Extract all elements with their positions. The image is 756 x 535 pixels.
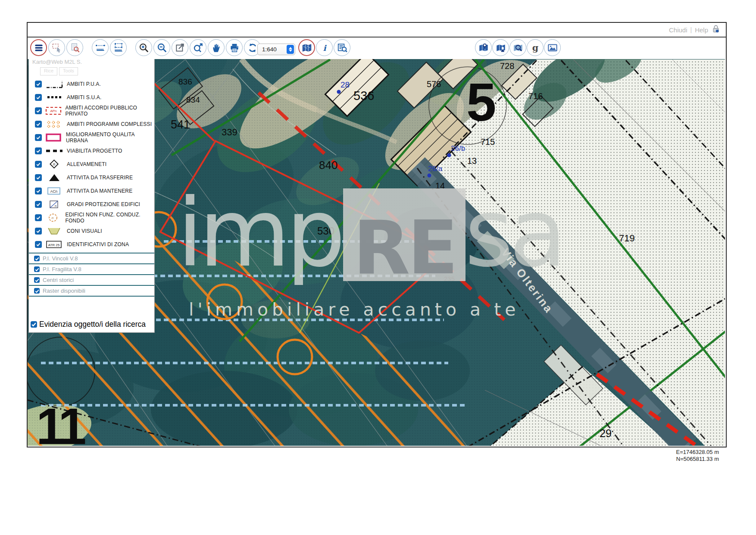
legend-item-checkbox[interactable] bbox=[35, 201, 42, 208]
legend-item-checkbox[interactable] bbox=[35, 214, 42, 221]
legend-item-checkbox[interactable] bbox=[35, 134, 42, 141]
map-label: 576 bbox=[427, 79, 441, 89]
legend-item-checkbox[interactable] bbox=[35, 188, 42, 194]
legend-item: APnAMBITI ACCORDI PUBBLICO PRIVATO bbox=[29, 104, 154, 117]
map-label: 26/a bbox=[428, 165, 443, 173]
map-label: 530 bbox=[317, 225, 334, 237]
legend-item-label: AMBITI S.U.A. bbox=[67, 94, 102, 100]
layer-group-checkbox[interactable] bbox=[34, 266, 40, 272]
legend-item: nGRADI PROTEZIONE EDIFICI bbox=[29, 197, 154, 211]
map-point-marker bbox=[337, 90, 341, 94]
info-button[interactable]: i bbox=[316, 39, 333, 56]
programmi-symbol-icon bbox=[44, 119, 65, 129]
svg-text:ACn: ACn bbox=[50, 189, 58, 193]
layer-group-checkbox[interactable] bbox=[34, 288, 40, 294]
legend-item-checkbox[interactable] bbox=[35, 147, 42, 154]
map-legend-button[interactable] bbox=[298, 39, 315, 56]
close-link[interactable]: Chiudi bbox=[669, 26, 687, 34]
panel-tab[interactable]: Tools bbox=[59, 67, 78, 75]
map-label: 719 bbox=[619, 233, 635, 244]
coordinate-north: N=5065811.33 m bbox=[603, 456, 719, 463]
map-search-icon bbox=[512, 42, 524, 53]
layer-group-checkbox[interactable] bbox=[34, 256, 40, 261]
legend-item: CONI VISUALI bbox=[29, 224, 154, 238]
gis-application-window: Via Olterina 836834541339285365767287167… bbox=[0, 0, 756, 535]
highlight-search-label: Evidenzia oggetto/i della ricerca bbox=[39, 320, 146, 329]
legend-item-checkbox[interactable] bbox=[35, 228, 42, 235]
map-label: 13 bbox=[467, 156, 477, 166]
legend-item-checkbox[interactable] bbox=[35, 81, 42, 88]
menu-button[interactable] bbox=[30, 39, 47, 56]
identify-sheet-button[interactable] bbox=[66, 39, 83, 56]
measure-area-icon bbox=[113, 42, 124, 53]
measure-area-button[interactable] bbox=[110, 39, 127, 56]
map-legend-icon bbox=[301, 42, 312, 53]
allevamenti-symbol-icon: n bbox=[44, 160, 65, 169]
map-label: 339 bbox=[222, 127, 237, 138]
legend-item-checkbox[interactable] bbox=[35, 161, 42, 168]
scale-value: 1:640 bbox=[262, 46, 277, 53]
layer-group-row[interactable]: Centri storici bbox=[29, 274, 154, 285]
zoom-in-button[interactable] bbox=[135, 39, 152, 56]
scale-stepper[interactable] bbox=[287, 45, 294, 54]
legend-item-label: ALLEVAMENETI bbox=[67, 161, 106, 167]
pua-symbol-icon bbox=[44, 79, 65, 89]
legend-item-label: ATTIVITA DA MANTENERE bbox=[67, 188, 132, 194]
zoom-selection-button[interactable] bbox=[190, 39, 206, 56]
select-rect-icon bbox=[51, 42, 62, 53]
coni-symbol-icon bbox=[44, 226, 65, 236]
google-icon: g bbox=[530, 42, 541, 53]
svg-text:APn: APn bbox=[50, 109, 57, 113]
map-search-button[interactable] bbox=[509, 39, 526, 56]
legend-item-checkbox[interactable] bbox=[35, 174, 42, 181]
legend-item-checkbox[interactable] bbox=[35, 121, 42, 128]
layer-group-row[interactable]: P.I. Fragilita V.8 bbox=[29, 263, 154, 274]
print-button[interactable] bbox=[226, 39, 243, 56]
search-list-icon bbox=[337, 42, 348, 53]
layer-group-label: P.I. Fragilita V.8 bbox=[43, 266, 81, 272]
map-label: 26/b bbox=[451, 144, 465, 153]
mantenere-symbol-icon: ACn bbox=[44, 186, 65, 196]
legend-item: ATTIVITA DA TRASFERIRE bbox=[29, 171, 154, 184]
layer-group-list: P.I. Vincoli V.8P.I. Fragilita V.8Centri… bbox=[29, 253, 154, 297]
layer-group-row[interactable]: Raster disponibili bbox=[29, 285, 154, 297]
highlight-search-checkbox[interactable] bbox=[31, 321, 37, 328]
scale-select[interactable]: 1:640 bbox=[257, 44, 295, 55]
search-list-button[interactable] bbox=[334, 39, 350, 56]
cursor-coordinates: E=1746328.05 m N=5065811.33 m bbox=[603, 449, 719, 463]
map-label: 836 bbox=[178, 77, 192, 86]
zoom-selection-icon bbox=[193, 42, 204, 53]
legend-item-label: CONI VISUALI bbox=[67, 228, 102, 234]
panel-tab[interactable]: Rice bbox=[40, 67, 57, 75]
select-rect-button[interactable] bbox=[48, 39, 65, 56]
map-label: 235 bbox=[444, 275, 455, 282]
legend-item-label: IDENTIFICATIVI DI ZONA bbox=[67, 241, 129, 247]
photo-button[interactable] bbox=[544, 39, 561, 56]
zoom-out-button[interactable] bbox=[153, 39, 170, 56]
legend-item-checkbox[interactable] bbox=[35, 107, 42, 114]
map-pin-button[interactable] bbox=[475, 39, 492, 56]
map-label: 728 bbox=[500, 61, 514, 71]
svg-text:n: n bbox=[55, 203, 56, 207]
zoom-extent-button[interactable] bbox=[172, 39, 188, 56]
map-label: 28 bbox=[341, 80, 350, 89]
google-button[interactable]: g bbox=[527, 39, 544, 56]
legend-item: AMBITI PROGRAMMI COMPLESSI bbox=[29, 117, 154, 131]
layer-group-row[interactable]: P.I. Vincoli V.8 bbox=[29, 253, 154, 263]
edifici-symbol-icon: n bbox=[44, 213, 63, 222]
zoom-extent-icon bbox=[175, 42, 186, 53]
info-icon: i bbox=[319, 42, 330, 53]
street-view-button[interactable] bbox=[492, 39, 509, 56]
layer-group-checkbox[interactable] bbox=[34, 277, 40, 283]
legend-item: AMBITI P.U.A. bbox=[29, 77, 154, 91]
legend-item-checkbox[interactable] bbox=[35, 241, 42, 248]
pan-button[interactable] bbox=[208, 39, 225, 56]
svg-text:n: n bbox=[52, 216, 54, 220]
layers-panel: Karto@Web M2L S. Rice Tools AMBITI P.U.A… bbox=[28, 56, 155, 333]
accordi-symbol-icon: APn bbox=[44, 106, 63, 116]
help-link[interactable]: Help bbox=[695, 26, 708, 34]
measure-distance-button[interactable] bbox=[92, 39, 109, 56]
menu-icon bbox=[33, 42, 44, 53]
legend-item-checkbox[interactable] bbox=[35, 94, 42, 101]
legend-item: MIGLIORAMENTO QUALITA URBANA bbox=[29, 131, 154, 144]
